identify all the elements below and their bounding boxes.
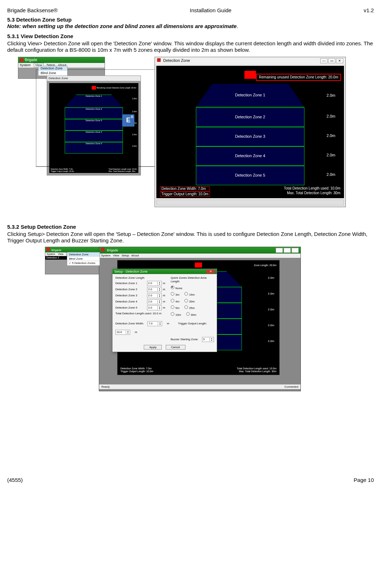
zone-2-len: 2.0m — [327, 114, 335, 119]
sec-5-3-2-title: 5.3.2 Setup Detection Zone — [7, 224, 374, 230]
page-header: Brigade Backsense® Installation Guide v1… — [7, 7, 374, 14]
footer-trigger: Trigger Output Length: 10.0m — [160, 192, 210, 197]
vis-len-5: 2.0m — [268, 339, 274, 343]
desk-max-button[interactable]: ▭ — [284, 248, 291, 253]
zone-3-len: 2.0m — [327, 133, 335, 138]
close-button[interactable]: ✕ — [336, 58, 343, 63]
zone-2: Detection Zone 2 — [196, 108, 304, 127]
zone-4: Detection Zone 4 — [196, 146, 304, 166]
e-icon-label: E — [126, 117, 130, 124]
buzzer-zone-input[interactable]: ▲▼ — [202, 337, 214, 342]
desktop-statusbar: Ready Connected — [99, 384, 300, 389]
note-text: Note: when setting up the detection zone… — [7, 23, 237, 29]
app-titlebar: Brigade — [18, 57, 105, 63]
qz-30m-radio[interactable] — [186, 312, 190, 316]
dz3-input[interactable]: ▲▼ — [147, 293, 162, 298]
radar-icon — [92, 86, 96, 90]
dz-small-width: Detection Zone Width: 7.0m — [51, 168, 74, 170]
zone-5-len: 2.0m — [327, 172, 335, 177]
dz4-input[interactable]: ▲▼ — [147, 299, 162, 304]
radar-icon — [244, 71, 256, 79]
footer-left: (4555) — [7, 477, 23, 483]
dz-small-remaining: Remaining unused Detection Zone Length: … — [97, 87, 136, 89]
qz-3m-radio[interactable] — [171, 292, 174, 296]
status-connected: Connected — [284, 385, 298, 389]
qz-5m-label: 5m — [175, 306, 179, 310]
dmenu-setup[interactable]: Setup — [121, 254, 129, 257]
dz2-input[interactable]: ▲▼ — [147, 287, 162, 292]
footer-right: Page 10 — [354, 477, 374, 483]
app-title: Brigade — [25, 58, 37, 62]
setup-item-detection-zone[interactable]: Detection Zone — [67, 252, 100, 257]
figure-5-3-2: Brigade System View Setup About Detectio… — [7, 247, 374, 394]
detection-zone-window-large: Detection Zone —▭✕ Remaining unused Dete… — [155, 57, 346, 207]
dz-width-input[interactable]: ▲▼ — [147, 321, 162, 326]
dz-small-canvas: Remaining unused Detection Zone Length: … — [49, 83, 138, 173]
apply-button[interactable]: Apply — [144, 345, 162, 350]
setup-detection-zone-dialog: Setup - Detection Zone ✕ Detection Zone … — [112, 269, 217, 352]
dz-small-len-5: 2.0m — [132, 145, 137, 147]
dz-small-zone-1: Detection Zone 1 — [65, 95, 123, 108]
trigger-length-input[interactable]: ▲▼ — [115, 330, 130, 335]
setup-dropdown: Detection Zone Blind Zone ✓ 5 Detection … — [67, 252, 100, 266]
dialog-titlebar: Setup - Detection Zone ✕ — [113, 269, 217, 274]
dz-large-canvas: Remaining unused Detection Zone Length: … — [156, 66, 344, 198]
dmenu-system[interactable]: System — [101, 254, 111, 257]
left-fieldset-title: Detection Zone Length — [115, 276, 166, 280]
dmenu-view[interactable]: View — [113, 254, 119, 257]
zone-3: Detection Zone 3 — [196, 127, 304, 146]
horizontal-scrollbar[interactable] — [156, 200, 344, 205]
setup-item-5-zones[interactable]: 5 Detection Zones — [72, 261, 95, 265]
app-icon — [20, 58, 23, 62]
note-period: . — [237, 23, 238, 29]
max-button[interactable]: ▭ — [328, 58, 335, 63]
dz-title-icon — [157, 58, 161, 62]
desktop-body: ADE® Zone Length: 20.0m Detection Zone 1… — [99, 258, 300, 384]
page-footer: (4555) Page 10 — [7, 477, 374, 483]
remaining-length-box: Remaining unused Detection Zone Length: … — [256, 74, 341, 81]
sec-5-3-2-body: Clicking Setup> Detection Zone will open… — [7, 231, 374, 244]
dz-large-title: Detection Zone — [163, 58, 190, 63]
dz-small-zone-5: Detection Zone 5 — [65, 142, 123, 154]
dmenu-about[interactable]: About — [131, 254, 139, 257]
dz3-label: Detection Zone 3 — [115, 294, 147, 297]
dz5-input[interactable]: ▲▼ — [147, 305, 162, 310]
vis-foot-width: Detection Zone Width: 7.0m — [120, 367, 153, 370]
qz-none-radio[interactable] — [171, 286, 174, 289]
qz-4m-radio[interactable] — [171, 299, 174, 302]
qz-5m-radio[interactable] — [171, 305, 174, 309]
menu-system[interactable]: System — [20, 63, 31, 67]
qz-20m-radio[interactable] — [184, 299, 188, 302]
dz-small-max: Max. Total Detection Length: 30m — [109, 170, 137, 172]
footer-max: Max. Total Detection Length: 30m — [284, 191, 340, 195]
header-left: Brigade Backsense® — [7, 7, 58, 14]
qz-25m-radio[interactable] — [184, 305, 188, 309]
vis-len-4: 2.0m — [268, 324, 274, 327]
menu-system-2[interactable]: System — [47, 253, 55, 255]
app-title-2: Brigade — [51, 249, 61, 252]
dz1-input[interactable]: ▲▼ — [147, 281, 162, 286]
dz-small-zone-2: Detection Zone 2 — [65, 108, 123, 119]
dz-small-len-1: 2.0m — [132, 97, 137, 100]
menu-item-blind-zone[interactable]: Blind Zone — [38, 71, 67, 76]
qz-10m-radio[interactable] — [171, 312, 174, 316]
menu-view-2[interactable]: View — [58, 253, 63, 255]
dz-visual-remaining: Zone Length: 20.0m — [254, 264, 276, 267]
menu-item-detection-zone[interactable]: Detection Zone — [38, 66, 67, 71]
min-button[interactable]: — — [320, 58, 327, 63]
header-center: Installation Guide — [190, 7, 231, 14]
desk-min-button[interactable]: — — [276, 248, 283, 253]
desk-close-button[interactable]: ✕ — [292, 248, 299, 253]
status-ready: Ready — [101, 385, 110, 389]
setup-item-blind-zone[interactable]: Blind Zone — [67, 257, 100, 261]
sec-5-3-title: 5.3 Detection Zone Setup — [7, 17, 374, 23]
qz-15m-radio[interactable] — [184, 292, 188, 296]
dialog-close-button[interactable]: ✕ — [206, 270, 215, 274]
dz-small-trigger: Trigger Output Length: 10.0m — [51, 170, 74, 172]
header-right: v1.2 — [364, 7, 374, 14]
qz-4m-label: 4m — [175, 300, 179, 303]
dz-large-footer: Detection Zone Width: 7.0m Trigger Outpu… — [160, 186, 340, 197]
qz-none-label: None — [175, 287, 182, 290]
vis-footer: Detection Zone Width: 7.0m Trigger Outpu… — [120, 367, 276, 373]
cancel-button[interactable]: Cancel — [166, 345, 185, 350]
